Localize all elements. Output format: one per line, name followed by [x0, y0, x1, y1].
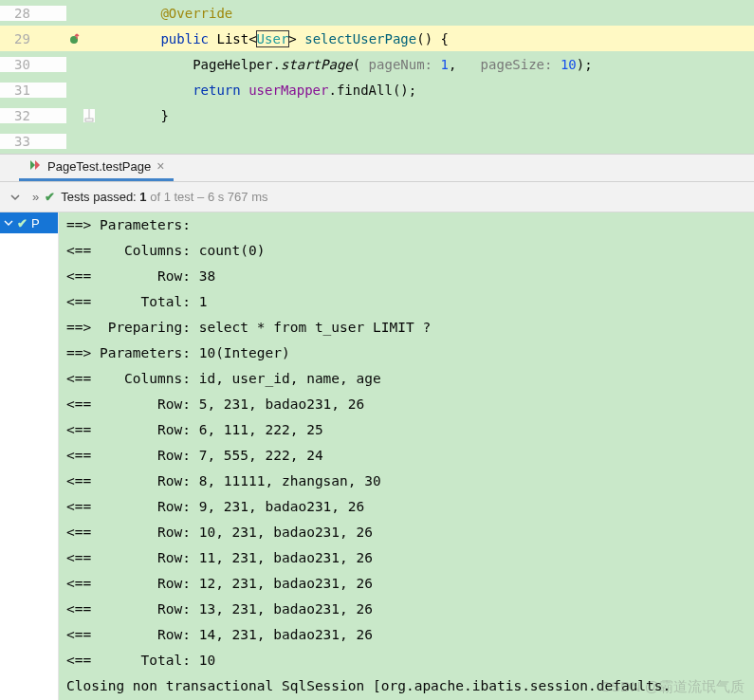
code-text[interactable]: PageHelper.startPage( pageNum: 1, pageSi…	[95, 57, 754, 72]
test-summary: Tests passed: 1 of 1 test – 6 s 767 ms	[61, 190, 267, 204]
code-line[interactable]: 33	[0, 128, 754, 154]
test-results-panel: ✔ P ==> Parameters: <== Columns: count(0…	[0, 212, 754, 700]
code-text[interactable]: public List<User> selectUserPage() {	[95, 31, 754, 46]
line-number[interactable]: 31	[0, 83, 66, 98]
close-icon[interactable]: ×	[156, 158, 164, 174]
code-line[interactable]: 32 }	[0, 102, 754, 128]
code-text[interactable]: @Override	[95, 6, 754, 21]
code-text[interactable]: return userMapper.findAll();	[95, 83, 754, 98]
code-line[interactable]: 30 PageHelper.startPage( pageNum: 1, pag…	[0, 51, 754, 77]
gutter-icon[interactable]	[66, 33, 83, 45]
line-number[interactable]: 33	[0, 134, 66, 149]
svg-marker-3	[30, 160, 35, 170]
scroll-down-button[interactable]	[4, 186, 27, 209]
code-line[interactable]: 28 @Override	[0, 0, 754, 26]
code-text[interactable]: }	[95, 108, 754, 123]
tab-run-config[interactable]: PageTest.testPage ×	[19, 154, 174, 181]
svg-rect-1	[85, 119, 93, 121]
line-number[interactable]: 32	[0, 108, 66, 123]
tree-item-root[interactable]: ✔ P	[0, 212, 58, 233]
test-status-bar: » ✔ Tests passed: 1 of 1 test – 6 s 767 …	[0, 182, 754, 212]
code-editor[interactable]: 28 @Override29 public List<User> selectU…	[0, 0, 754, 154]
fold-handle[interactable]	[83, 109, 95, 122]
tool-window-tabbar: PageTest.testPage ×	[0, 154, 754, 182]
code-line[interactable]: 29 public List<User> selectUserPage() {	[0, 26, 754, 51]
test-tree[interactable]: ✔ P	[0, 212, 59, 700]
line-number[interactable]: 30	[0, 57, 66, 72]
chevron-down-icon	[4, 218, 13, 228]
tab-label: PageTest.testPage	[47, 159, 151, 174]
run-icon	[28, 158, 42, 175]
check-icon: ✔	[45, 190, 55, 204]
expand-icon[interactable]: »	[32, 190, 39, 204]
line-number[interactable]: 29	[0, 31, 66, 46]
console-output[interactable]: ==> Parameters: <== Columns: count(0) <=…	[59, 212, 754, 700]
tree-label: P	[31, 216, 40, 230]
code-line[interactable]: 31 return userMapper.findAll();	[0, 77, 754, 102]
line-number[interactable]: 28	[0, 6, 66, 21]
svg-marker-4	[35, 160, 40, 170]
check-icon: ✔	[17, 216, 28, 230]
